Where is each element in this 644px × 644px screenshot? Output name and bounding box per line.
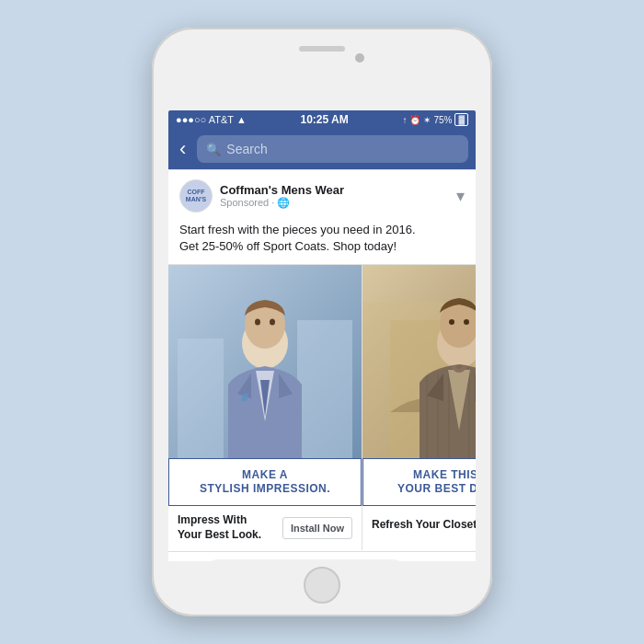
phone-body: ●●●○○ AT&T ▲ 10:25 AM ↑ ⏰ ✶ 75% ▓ ‹ 🔍 Se…	[152, 28, 492, 616]
svg-rect-1	[297, 320, 352, 458]
svg-point-5	[255, 319, 260, 326]
phone-frame: ●●●○○ AT&T ▲ 10:25 AM ↑ ⏰ ✶ 75% ▓ ‹ 🔍 Se…	[152, 28, 492, 616]
carousel-image-1	[168, 265, 362, 458]
post-header: COFFMAN'S Coffman's Mens Wear Sponsored …	[168, 170, 476, 218]
phone-camera	[355, 53, 364, 63]
bluetooth-icon: ✶	[423, 115, 431, 125]
battery-text: 75%	[433, 115, 452, 125]
cta-text-1: MAKE ASTYLISH IMPRESSION.	[200, 468, 330, 497]
svg-point-19	[449, 319, 454, 325]
wifi-icon: ▲	[236, 114, 247, 125]
svg-rect-2	[178, 339, 224, 458]
alarm-icon: ⏰	[409, 115, 420, 125]
location-icon: ↑	[402, 115, 407, 125]
phone-speaker	[299, 46, 345, 52]
phone-screen: ●●●○○ AT&T ▲ 10:25 AM ↑ ⏰ ✶ 75% ▓ ‹ 🔍 Se…	[168, 110, 476, 561]
suit-photo-2	[362, 265, 476, 458]
comment-input[interactable]: Comment	[205, 559, 406, 561]
post-header-left: COFFMAN'S Coffman's Mens Wear Sponsored …	[179, 179, 344, 213]
post-text: Start fresh with the pieces you need in …	[168, 218, 476, 264]
carousel-cta-2: MAKE THIS YEARYOUR BEST DRESSED.	[362, 458, 476, 506]
post-text-line2: Get 25-50% off Sport Coats. Shop today!	[179, 239, 397, 253]
phone-home-button[interactable]	[304, 567, 340, 604]
post-text-line1: Start fresh with the pieces you need in …	[179, 223, 416, 236]
status-bar: ●●●○○ AT&T ▲ 10:25 AM ↑ ⏰ ✶ 75% ▓	[168, 110, 476, 129]
carousel-image-2	[362, 265, 476, 458]
suit-photo-1	[168, 265, 362, 458]
person-svg-1	[168, 265, 362, 458]
status-right: ↑ ⏰ ✶ 75% ▓	[402, 113, 468, 126]
time-display: 10:25 AM	[301, 113, 349, 126]
nav-bar: ‹ 🔍 Search	[168, 129, 476, 169]
news-feed: COFFMAN'S Coffman's Mens Wear Sponsored …	[168, 169, 476, 561]
search-bar[interactable]: 🔍 Search	[197, 135, 468, 163]
comment-bar: 📷 Comment 🙂 Post	[168, 551, 476, 561]
carousel-bottom-1: Impress WithYour Best Look. Install Now	[168, 506, 362, 549]
avatar-logo: COFFMAN'S	[186, 189, 206, 202]
product-text-2: Refresh Your Closet.	[372, 518, 476, 533]
search-icon: 🔍	[206, 143, 221, 156]
product-text-1: Impress WithYour Best Look.	[178, 513, 277, 542]
install-button-1[interactable]: Install Now	[282, 517, 352, 539]
post-options-button[interactable]: ▾	[456, 188, 465, 204]
post-meta: Coffman's Mens Wear Sponsored · 🌐	[220, 183, 344, 209]
carousel-cta-1: MAKE ASTYLISH IMPRESSION.	[168, 458, 362, 506]
battery-icon: ▓	[454, 113, 468, 126]
cta-text-2: MAKE THIS YEARYOUR BEST DRESSED.	[397, 468, 476, 497]
sponsored-label: Sponsored · 🌐	[220, 197, 344, 209]
ad-post-card: COFFMAN'S Coffman's Mens Wear Sponsored …	[168, 169, 476, 561]
carousel-item-1: MAKE ASTYLISH IMPRESSION. Impress WithYo…	[168, 265, 362, 549]
search-placeholder: Search	[226, 142, 267, 156]
carousel-item-2: MAKE THIS YEARYOUR BEST DRESSED. Refresh…	[362, 265, 476, 549]
carrier-text: ●●●○○ AT&T	[176, 114, 234, 125]
svg-point-6	[270, 319, 275, 326]
ad-carousel: MAKE ASTYLISH IMPRESSION. Impress WithYo…	[168, 264, 476, 549]
back-button[interactable]: ‹	[176, 139, 190, 159]
svg-point-20	[464, 319, 469, 325]
page-name: Coffman's Mens Wear	[220, 183, 344, 197]
person-svg-2	[362, 265, 476, 458]
status-left: ●●●○○ AT&T ▲	[176, 114, 247, 125]
page-avatar: COFFMAN'S	[179, 179, 213, 213]
carousel-bottom-2: Refresh Your Closet. Install Now	[362, 506, 476, 543]
